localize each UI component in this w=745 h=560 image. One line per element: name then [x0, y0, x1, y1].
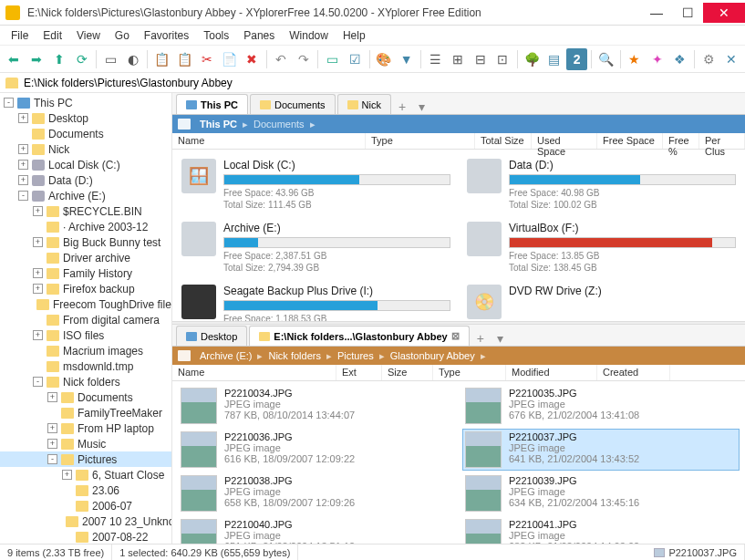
file-item[interactable]: P2210034.JPGJPEG image787 KB, 08/10/2014…: [178, 385, 455, 427]
tree-expander[interactable]: [47, 408, 57, 418]
toolbar-button[interactable]: ▼: [396, 48, 417, 70]
crumb-segment[interactable]: This PC: [196, 119, 241, 130]
tree-expander[interactable]: +: [47, 423, 57, 433]
tab-menu-button[interactable]: ▾: [413, 99, 430, 114]
toolbar-button[interactable]: ⬆: [48, 48, 69, 70]
tree-expander[interactable]: -: [47, 454, 57, 464]
top-pane-breadcrumb[interactable]: This PC▸Documents▸: [172, 115, 745, 133]
tree-expander[interactable]: -: [33, 377, 43, 387]
toolbar-button[interactable]: ✖: [242, 48, 263, 70]
file-item[interactable]: P2210035.JPGJPEG image676 KB, 21/02/2004…: [462, 385, 740, 427]
tree-expander[interactable]: [33, 346, 43, 356]
bottom-pane-breadcrumb[interactable]: Archive (E:)▸Nick folders▸Pictures▸Glast…: [172, 347, 745, 365]
toolbar-button[interactable]: ☰: [425, 48, 446, 70]
tree-expander[interactable]: +: [47, 439, 57, 449]
tab[interactable]: Nick: [337, 94, 391, 114]
file-item[interactable]: P2210039.JPGJPEG image634 KB, 21/02/2004…: [462, 472, 740, 514]
folder-tree[interactable]: -This PC+DesktopDocuments+Nick+Local Dis…: [0, 93, 172, 544]
file-item[interactable]: P2210037.JPGJPEG image641 KB, 21/02/2004…: [462, 429, 740, 471]
tree-node[interactable]: +Firefox backup: [0, 281, 171, 296]
tree-node[interactable]: 2007-08-22: [0, 529, 171, 544]
toolbar-button[interactable]: ▭: [100, 48, 121, 70]
crumb-segment[interactable]: Pictures: [334, 350, 378, 361]
toolbar-button[interactable]: ✦: [647, 48, 667, 70]
tree-node[interactable]: -This PC: [0, 95, 171, 110]
tab-close-icon[interactable]: ⊠: [451, 330, 460, 342]
tree-node[interactable]: +Local Disk (C:): [0, 157, 171, 172]
file-item[interactable]: P2210040.JPGJPEG image651 KB, 21/02/2004…: [178, 516, 455, 544]
column-header[interactable]: Type: [433, 365, 506, 380]
tree-node[interactable]: +Documents: [0, 389, 171, 405]
column-header[interactable]: Size: [382, 365, 433, 380]
column-header[interactable]: Total Size: [475, 133, 532, 149]
tree-node[interactable]: +Desktop: [0, 110, 171, 126]
tree-expander[interactable]: +: [47, 392, 57, 402]
toolbar-button[interactable]: 2: [566, 48, 587, 70]
toolbar-button[interactable]: ↷: [293, 48, 314, 70]
tree-node[interactable]: · Archive 2003-12: [0, 219, 171, 234]
tree-expander[interactable]: [18, 129, 28, 139]
menu-help[interactable]: Help: [337, 27, 371, 44]
tree-expander[interactable]: [33, 253, 43, 263]
column-header[interactable]: Created: [597, 365, 670, 380]
toolbar-button[interactable]: 📋: [174, 48, 195, 70]
toolbar-button[interactable]: ➡: [26, 48, 47, 70]
tree-expander[interactable]: [33, 222, 43, 232]
tree-node[interactable]: Driver archive: [0, 250, 171, 265]
tree-expander[interactable]: +: [18, 113, 28, 123]
tree-node[interactable]: msdownld.tmp: [0, 358, 171, 374]
tree-expander[interactable]: -: [18, 191, 28, 201]
tree-expander[interactable]: [33, 315, 43, 325]
menu-panes[interactable]: Panes: [238, 27, 280, 44]
toolbar-button[interactable]: 📋: [151, 48, 172, 70]
column-header[interactable]: Ext: [336, 365, 382, 380]
minimize-button[interactable]: —: [641, 3, 672, 23]
column-header[interactable]: Free %: [663, 133, 699, 149]
tab-add-button[interactable]: +: [471, 331, 490, 346]
toolbar-button[interactable]: ▤: [543, 48, 564, 70]
menu-tools[interactable]: Tools: [198, 27, 234, 44]
tree-expander[interactable]: [62, 501, 72, 511]
toolbar-button[interactable]: 🌳: [522, 48, 543, 70]
menu-file[interactable]: File: [5, 27, 34, 44]
crumb-segment[interactable]: Archive (E:): [196, 350, 255, 361]
tree-node[interactable]: +From HP laptop: [0, 420, 171, 436]
tree-node[interactable]: -Pictures: [0, 451, 171, 467]
crumb-segment[interactable]: Nick folders: [264, 350, 324, 361]
file-item[interactable]: P2210036.JPGJPEG image616 KB, 18/09/2007…: [178, 429, 455, 471]
column-header[interactable]: Free Space: [597, 133, 663, 149]
tree-expander[interactable]: +: [18, 175, 28, 185]
drive-item[interactable]: VirtualBox (F:)Free Space: 13.85 GBTotal…: [463, 218, 740, 277]
tree-node[interactable]: +Music: [0, 436, 171, 451]
tab[interactable]: Desktop: [176, 326, 247, 346]
toolbar-button[interactable]: 🔍: [595, 48, 616, 70]
file-item[interactable]: P2210038.JPGJPEG image658 KB, 18/09/2007…: [178, 472, 455, 514]
tree-expander[interactable]: +: [62, 470, 72, 480]
toolbar-button[interactable]: 📄: [219, 48, 240, 70]
tree-expander[interactable]: -: [4, 98, 14, 108]
tab-add-button[interactable]: +: [393, 99, 411, 114]
tree-node[interactable]: From digital camera: [0, 312, 171, 327]
tab[interactable]: E:\Nick folders...\Glastonbury Abbey⊠: [249, 326, 469, 346]
tree-node[interactable]: Macrium images: [0, 343, 171, 358]
address-input[interactable]: [24, 77, 745, 89]
tree-expander[interactable]: +: [33, 237, 43, 247]
tree-node[interactable]: +Family History: [0, 265, 171, 281]
tree-expander[interactable]: +: [33, 330, 43, 340]
crumb-segment[interactable]: Documents: [250, 119, 308, 130]
tree-expander[interactable]: +: [18, 160, 28, 170]
tree-node[interactable]: Freecom ToughDrive files: [0, 296, 171, 312]
tree-expander[interactable]: +: [33, 206, 43, 216]
file-item[interactable]: P2210041.JPGJPEG image682 KB, 21/02/2004…: [462, 516, 740, 544]
tree-node[interactable]: +6, Stuart Close: [0, 467, 171, 482]
toolbar-button[interactable]: ⚙: [698, 48, 719, 70]
tree-node[interactable]: +Data (D:): [0, 172, 171, 188]
toolbar-button[interactable]: ⟳: [71, 48, 92, 70]
tree-node[interactable]: -Archive (E:): [0, 188, 171, 203]
tree-node[interactable]: FamilyTreeMaker: [0, 405, 171, 420]
column-header[interactable]: Per Clus: [699, 133, 745, 149]
menu-go[interactable]: Go: [109, 27, 135, 44]
tree-node[interactable]: 23.06: [0, 482, 171, 498]
tree-node[interactable]: 2006-07: [0, 498, 171, 513]
toolbar-button[interactable]: ◐: [123, 48, 144, 70]
